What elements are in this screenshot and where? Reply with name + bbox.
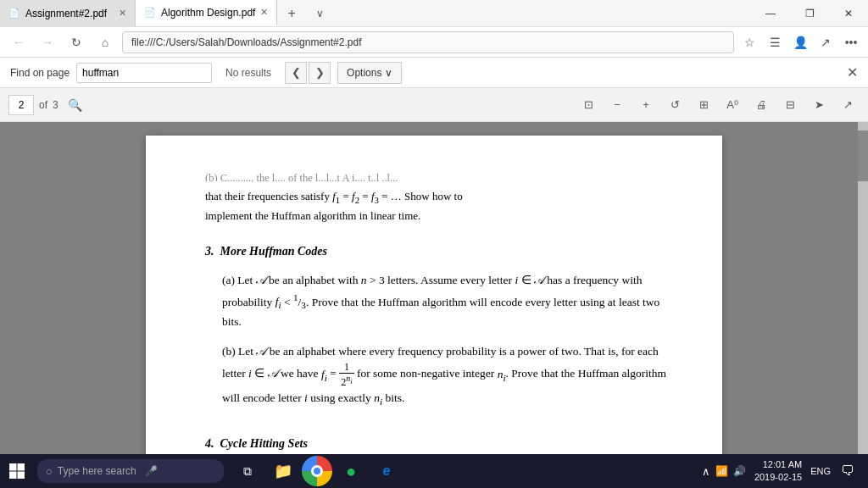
pdf-icon: 📄: [8, 8, 20, 19]
notification-button[interactable]: 🗨: [834, 454, 861, 488]
selection-tool[interactable]: ⊡: [576, 93, 600, 117]
grid-view-button[interactable]: ⊞: [692, 93, 715, 117]
expand-tray-icon[interactable]: ∧: [702, 465, 710, 478]
find-prev-button[interactable]: ❮: [285, 62, 307, 84]
windows-logo: [8, 463, 25, 480]
more-icon[interactable]: •••: [841, 32, 861, 53]
back-button[interactable]: ←: [7, 30, 31, 54]
tab-algorithm-close[interactable]: ✕: [260, 7, 268, 18]
part-3a-text: (a) Let 𝒜 be an alphabet with n > 3 lett…: [222, 271, 671, 330]
mic-icon: 🎤: [145, 465, 158, 477]
print-button[interactable]: 🖨: [749, 93, 773, 117]
page-total: 3: [53, 99, 58, 111]
tab-assignment2-label: Assignment#2.pdf: [25, 8, 107, 19]
part-3b-text: (b) Let 𝒜 be an alphabet where every fre…: [222, 342, 671, 408]
find-navigation: ❮ ❯: [285, 62, 331, 84]
find-input[interactable]: [76, 63, 212, 83]
find-close-button[interactable]: ✕: [847, 64, 858, 80]
clock-time: 12:01 AM: [754, 458, 802, 471]
spotify-button[interactable]: ●: [334, 454, 368, 488]
taskbar-right: ∧ 📶 🔊 12:01 AM 2019-02-15 ENG 🗨: [702, 454, 868, 488]
profile-icon[interactable]: 👤: [790, 32, 810, 53]
find-options-button[interactable]: Options ∨: [337, 62, 402, 84]
share-icon[interactable]: ↗: [815, 32, 836, 53]
section4-title: 4. Cycle Hitting Sets: [205, 435, 671, 453]
part-3b: (b) Let 𝒜 be an alphabet where every fre…: [222, 342, 671, 408]
edge-button[interactable]: e: [370, 454, 403, 488]
pdf-toolbar-right: ⊡ − + ↺ ⊞ A⁰ 🖨 ⊟ ➤ ↗: [576, 93, 860, 117]
pdf-content-area: (b) C.......... the l.... of the l...l..…: [0, 122, 868, 454]
find-status: No results: [225, 67, 271, 79]
fullscreen-button[interactable]: ↗: [836, 93, 860, 117]
favorites-icon[interactable]: ☆: [739, 32, 760, 53]
network-icon[interactable]: 📶: [715, 465, 728, 477]
minimize-button[interactable]: —: [751, 0, 790, 26]
svg-rect-2: [9, 472, 17, 480]
page-number-input[interactable]: [8, 95, 34, 115]
pdf-search-button[interactable]: 🔍: [64, 93, 87, 117]
page-separator: of: [39, 99, 47, 111]
new-tab-button[interactable]: +: [277, 0, 305, 26]
find-next-button[interactable]: ❯: [309, 62, 331, 84]
bookmarks-button[interactable]: ⊟: [778, 93, 802, 117]
find-label: Find on page: [10, 67, 70, 79]
clock-date: 2019-02-15: [754, 471, 802, 484]
clock[interactable]: 12:01 AM 2019-02-15: [749, 458, 807, 485]
pre-section-text: that their frequencies satisfy f1 = f2 =…: [205, 188, 671, 225]
pointer-button[interactable]: ➤: [807, 93, 831, 117]
volume-icon[interactable]: 🔊: [733, 465, 746, 477]
zoom-in-button[interactable]: +: [634, 93, 658, 117]
tab-assignment2-close[interactable]: ✕: [119, 8, 126, 19]
tab-list-dropdown[interactable]: ∨: [306, 0, 334, 26]
start-button[interactable]: [0, 454, 34, 488]
task-view-button[interactable]: ⧉: [231, 454, 264, 488]
search-bar[interactable]: ○ Type here search 🎤: [37, 459, 224, 483]
section3-title: 3. More Huffman Codes: [205, 242, 671, 261]
system-icons: ∧ 📶 🔊: [702, 465, 746, 478]
tab-assignment2[interactable]: 📄 Assignment#2.pdf ✕: [0, 0, 136, 26]
chrome-button[interactable]: [302, 456, 332, 486]
zoom-out-button[interactable]: −: [605, 93, 629, 117]
restore-button[interactable]: ❐: [790, 0, 829, 26]
file-explorer-button[interactable]: 📁: [266, 454, 300, 488]
search-placeholder: Type here search: [58, 465, 136, 477]
refresh-button[interactable]: ↻: [64, 30, 88, 54]
page-overflow-text: (b) C.......... the l.... of the l...l..…: [205, 169, 671, 181]
url-bar[interactable]: [122, 31, 734, 53]
tab-list: 📄 Assignment#2.pdf ✕ 📄 Algorithm Design.…: [0, 0, 751, 26]
pdf-icon2: 📄: [144, 7, 156, 18]
pdf-page: (b) C.......... the l.... of the l...l..…: [146, 136, 722, 454]
rotate-button[interactable]: ↺: [663, 93, 687, 117]
reading-list-icon[interactable]: ☰: [765, 32, 785, 53]
window-controls: — ❐ ✕: [751, 0, 868, 26]
zoom-text-button[interactable]: A⁰: [721, 93, 744, 117]
home-button[interactable]: ⌂: [93, 30, 117, 54]
search-icon: ○: [46, 465, 53, 478]
svg-rect-0: [9, 463, 17, 471]
svg-rect-1: [18, 463, 25, 471]
svg-rect-3: [18, 472, 25, 480]
forward-button[interactable]: →: [36, 30, 59, 54]
titlebar: 📄 Assignment#2.pdf ✕ 📄 Algorithm Design.…: [0, 0, 868, 27]
scrollbar-track[interactable]: [858, 122, 868, 454]
tab-algorithm-label: Algorithm Design.pdf: [161, 7, 255, 19]
taskbar-app-icons: ⧉ 📁 ● e: [231, 454, 403, 488]
tab-algorithm-design[interactable]: 📄 Algorithm Design.pdf ✕: [136, 0, 277, 26]
scrollbar-thumb[interactable]: [858, 130, 868, 181]
find-on-page-bar: Find on page No results ❮ ❯ Options ∨ ✕: [0, 58, 868, 88]
taskbar: ○ Type here search 🎤 ⧉ 📁 ● e ∧ 📶 🔊 12:01…: [0, 454, 868, 488]
language-indicator[interactable]: ENG: [810, 466, 831, 476]
close-button[interactable]: ✕: [829, 0, 868, 26]
address-right-icons: ☆ ☰ 👤 ↗ •••: [739, 32, 861, 53]
pdf-toolbar: of 3 🔍 ⊡ − + ↺ ⊞ A⁰ 🖨 ⊟ ➤ ↗: [0, 88, 868, 122]
part-3a: (a) Let 𝒜 be an alphabet with n > 3 lett…: [222, 271, 671, 330]
addressbar: ← → ↻ ⌂ ☆ ☰ 👤 ↗ •••: [0, 27, 868, 58]
